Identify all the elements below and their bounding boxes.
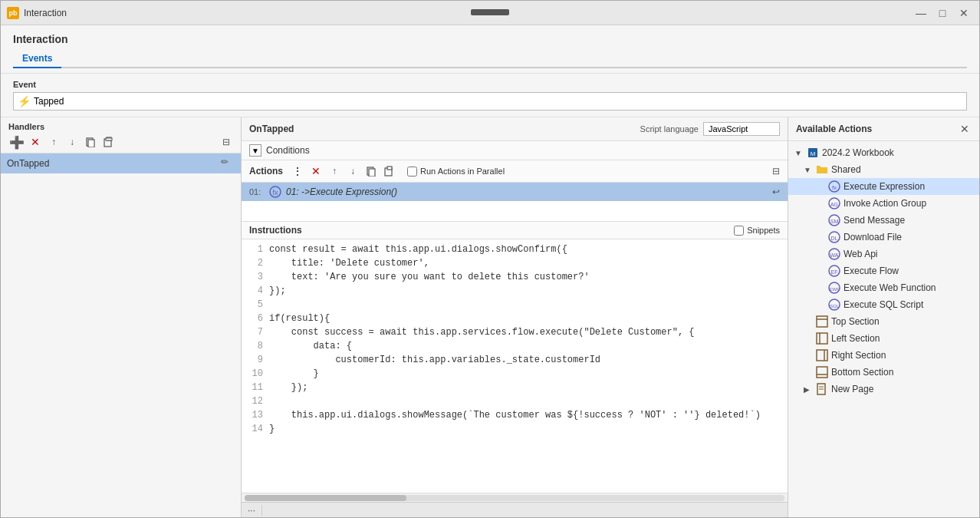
tree-item-right-section[interactable]: Right Section bbox=[788, 347, 979, 364]
tree-item-download-file[interactable]: DL Download File bbox=[788, 229, 979, 246]
send-message-label: Send Message bbox=[844, 215, 905, 226]
instructions-section: Instructions Snippets 1const result = aw… bbox=[242, 222, 788, 502]
move-up-handler-button[interactable]: ↑ bbox=[45, 134, 62, 150]
svg-text:fx: fx bbox=[832, 184, 837, 191]
line-code: text: 'Are you sure you want to delete t… bbox=[269, 270, 590, 284]
delete-action-button[interactable]: ✕ bbox=[307, 163, 324, 179]
handlers-list: OnTapped ✏ bbox=[1, 153, 241, 517]
actions-section: Actions ⋮ ✕ ↑ ↓ bbox=[242, 160, 788, 222]
minimize-button[interactable]: — bbox=[912, 5, 930, 21]
window-controls: — □ ✕ bbox=[912, 5, 973, 21]
actions-title: Actions bbox=[249, 166, 283, 177]
tree-item-web-api[interactable]: WA Web Api bbox=[788, 246, 979, 262]
tree-item-bottom-section[interactable]: Bottom Section bbox=[788, 364, 979, 381]
delete-handler-button[interactable]: ✕ bbox=[27, 134, 44, 150]
available-actions-panel: Available Actions ✕ ▼ M 2024.2 Workbook bbox=[788, 117, 979, 517]
tree-item-invoke-action-group[interactable]: AG Invoke Action Group bbox=[788, 195, 979, 212]
title-bar: pb Interaction — □ ✕ bbox=[1, 1, 979, 25]
copy-handler-button[interactable] bbox=[82, 134, 99, 150]
event-section: Event ⚡ Tapped bbox=[1, 74, 979, 117]
right-section-icon bbox=[816, 349, 828, 361]
horizontal-scrollbar[interactable] bbox=[242, 493, 788, 502]
svg-text:DL: DL bbox=[831, 236, 838, 241]
move-down-handler-button[interactable]: ↓ bbox=[64, 134, 81, 150]
actions-menu-button[interactable]: ⋮ bbox=[289, 163, 306, 179]
svg-text:M: M bbox=[811, 150, 816, 157]
tree-item-shared[interactable]: ▼ Shared bbox=[788, 161, 979, 178]
scrollbar-track bbox=[245, 495, 784, 501]
event-label: Event bbox=[13, 80, 967, 89]
tree-item-execute-flow[interactable]: EF Execute Flow bbox=[788, 262, 979, 279]
main-area: Handlers ➕ ✕ ↑ ↓ ⊟ bbox=[1, 117, 979, 517]
event-dropdown[interactable]: Tapped bbox=[13, 92, 967, 111]
svg-rect-4 bbox=[106, 138, 112, 140]
bottom-section-icon bbox=[816, 366, 828, 378]
action-row-01[interactable]: 01: fx 01: ->Execute Expression() ↩ bbox=[242, 183, 788, 201]
line-code: } bbox=[269, 367, 319, 381]
script-language-dropdown[interactable]: JavaScript bbox=[703, 122, 780, 136]
tree-item-execute-sql-script[interactable]: SQL Execute SQL Script bbox=[788, 296, 979, 313]
actions-expand-button[interactable]: ⊟ bbox=[772, 166, 780, 177]
add-handler-button[interactable]: ➕ bbox=[8, 134, 25, 150]
tree-item-workbook[interactable]: ▼ M 2024.2 Workbook bbox=[788, 144, 979, 161]
handler-name: OnTapped bbox=[7, 158, 49, 169]
copy-action-button[interactable] bbox=[363, 163, 380, 179]
maximize-button[interactable]: □ bbox=[933, 5, 952, 21]
handler-edit-icon[interactable]: ✏ bbox=[221, 157, 235, 170]
tree-item-left-section[interactable]: Left Section bbox=[788, 330, 979, 347]
workbook-expand-icon: ▼ bbox=[794, 149, 804, 157]
paste-action-button[interactable] bbox=[381, 163, 398, 179]
handler-item-ontapped[interactable]: OnTapped ✏ bbox=[1, 153, 241, 173]
right-section-label: Right Section bbox=[831, 350, 886, 361]
execute-flow-label: Execute Flow bbox=[844, 266, 899, 276]
paste-handler-button[interactable] bbox=[100, 134, 117, 150]
event-select-wrapper: ⚡ Tapped bbox=[13, 92, 967, 111]
tab-events[interactable]: Events bbox=[13, 50, 61, 68]
tree-item-execute-web-function[interactable]: EWF Execute Web Function bbox=[788, 279, 979, 296]
code-line: 10 } bbox=[242, 367, 788, 381]
handlers-header: Handlers ➕ ✕ ↑ ↓ ⊟ bbox=[1, 117, 241, 153]
left-section-label: Left Section bbox=[831, 333, 880, 344]
tree-item-new-page[interactable]: ▶ New Page bbox=[788, 381, 979, 398]
tree-item-execute-expression[interactable]: fx Execute Expression bbox=[788, 178, 979, 195]
top-section-icon bbox=[816, 315, 828, 328]
line-number: 13 bbox=[242, 408, 269, 422]
snippets-checkbox-input[interactable] bbox=[734, 226, 744, 236]
move-up-action-button[interactable]: ↑ bbox=[326, 163, 343, 179]
execute-flow-icon: EF bbox=[828, 265, 840, 277]
main-window: pb Interaction — □ ✕ Interaction Events … bbox=[0, 0, 980, 518]
line-number: 6 bbox=[242, 312, 269, 325]
parallel-checkbox[interactable]: Run Actions in Parallel bbox=[407, 167, 505, 177]
action-number: 01: bbox=[249, 187, 265, 196]
action-expand-icon[interactable]: ↩ bbox=[772, 186, 780, 197]
move-down-action-button[interactable]: ↓ bbox=[344, 163, 361, 179]
tree-item-top-section[interactable]: Top Section bbox=[788, 313, 979, 330]
actions-toolbar: ⋮ ✕ ↑ ↓ bbox=[289, 163, 398, 179]
tree-item-send-message[interactable]: SM Send Message bbox=[788, 212, 979, 229]
nav-tabs: Events bbox=[13, 50, 967, 68]
folder-icon bbox=[816, 163, 828, 176]
code-line: 1const result = await this.app.ui.dialog… bbox=[242, 243, 788, 256]
shared-expand-icon: ▼ bbox=[804, 166, 813, 174]
conditions-expand-button[interactable]: ▼ bbox=[249, 144, 261, 157]
line-code: customerId: this.app.variables._state.cu… bbox=[269, 353, 600, 367]
code-line: 2 title: 'Delete customer', bbox=[242, 256, 788, 270]
handlers-expand-button[interactable]: ⊟ bbox=[219, 135, 233, 149]
code-line: 7 const success = await this.app.service… bbox=[242, 325, 788, 339]
new-page-expand[interactable]: ▶ bbox=[804, 385, 813, 394]
code-editor[interactable]: 1const result = await this.app.ui.dialog… bbox=[242, 239, 788, 493]
execute-sql-label: Execute SQL Script bbox=[844, 299, 923, 310]
line-number: 9 bbox=[242, 353, 269, 367]
bottom-section-label: Bottom Section bbox=[831, 367, 893, 378]
actions-header: Actions ⋮ ✕ ↑ ↓ bbox=[242, 160, 788, 183]
available-actions-header: Available Actions ✕ bbox=[788, 117, 979, 141]
snippets-checkbox[interactable]: Snippets bbox=[734, 226, 780, 236]
scrollbar-thumb bbox=[245, 495, 406, 501]
line-number: 11 bbox=[242, 381, 269, 394]
close-panel-button[interactable]: ✕ bbox=[958, 122, 972, 136]
shared-label: Shared bbox=[831, 164, 861, 175]
run-parallel-checkbox[interactable] bbox=[407, 167, 417, 177]
code-line: 13 this.app.ui.dialogs.showMessage(`The … bbox=[242, 408, 788, 422]
close-button[interactable]: ✕ bbox=[955, 5, 973, 21]
code-line: 8 data: { bbox=[242, 339, 788, 353]
